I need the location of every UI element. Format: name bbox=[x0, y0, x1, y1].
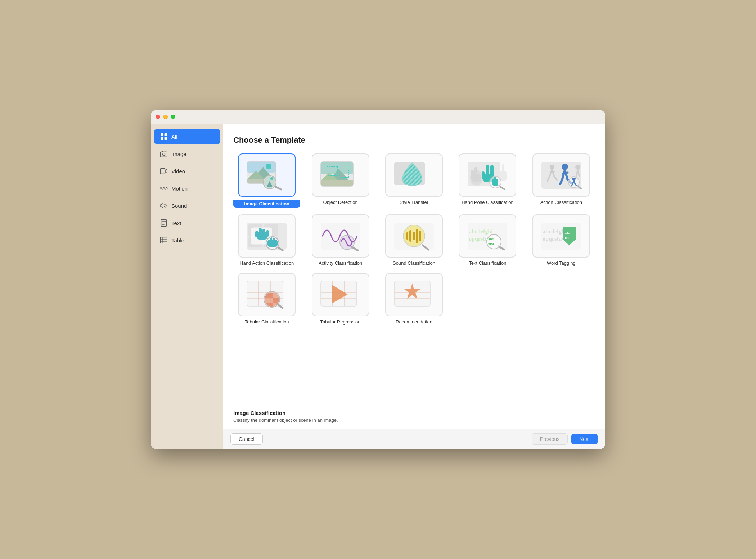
template-label-word-tagging: Word Tagging bbox=[547, 260, 576, 267]
sidebar-item-all[interactable]: All bbox=[154, 129, 220, 144]
svg-text:abc: abc bbox=[488, 237, 494, 241]
sidebar-label-all: All bbox=[171, 134, 177, 140]
camera-icon bbox=[160, 150, 168, 158]
template-label-sound-classification: Sound Classification bbox=[393, 260, 435, 267]
template-card-tabular-regression[interactable]: Tabular Regression bbox=[307, 273, 374, 325]
info-bar: Image Classification Classify the domina… bbox=[223, 404, 605, 429]
sidebar-item-motion[interactable]: Motion bbox=[154, 181, 220, 196]
svg-rect-90 bbox=[413, 232, 415, 240]
sidebar-item-text[interactable]: Text bbox=[154, 215, 220, 231]
svg-rect-88 bbox=[406, 232, 408, 240]
sidebar-item-video[interactable]: Video bbox=[154, 164, 220, 179]
svg-rect-54 bbox=[500, 171, 507, 181]
svg-rect-3 bbox=[165, 137, 167, 140]
sidebar-label-video: Video bbox=[171, 168, 185, 174]
svg-rect-55 bbox=[502, 164, 504, 172]
svg-rect-33 bbox=[321, 180, 353, 186]
template-card-style-transfer[interactable]: Style Transfer bbox=[381, 153, 447, 208]
template-icon-sound-classification[interactable] bbox=[385, 214, 443, 258]
template-icon-tabular-regression[interactable] bbox=[312, 273, 369, 316]
svg-rect-72 bbox=[262, 229, 265, 234]
svg-rect-44 bbox=[471, 170, 474, 178]
minimize-button[interactable] bbox=[163, 115, 168, 119]
svg-rect-119 bbox=[265, 298, 273, 303]
svg-rect-80 bbox=[273, 237, 275, 242]
template-card-text-classification[interactable]: abcdefghi opqrstuvw abc bbox=[454, 214, 521, 267]
template-card-hand-action[interactable]: Hand Action Classification bbox=[233, 214, 300, 267]
svg-rect-6 bbox=[161, 169, 165, 174]
svg-point-63 bbox=[575, 165, 580, 170]
doc-icon bbox=[160, 219, 168, 227]
maximize-button[interactable] bbox=[171, 115, 175, 119]
svg-rect-43 bbox=[474, 167, 477, 177]
svg-point-28 bbox=[270, 177, 273, 180]
content-area: Choose a Template bbox=[223, 124, 605, 449]
template-card-hand-pose[interactable]: Hand Pose Classification bbox=[454, 153, 521, 208]
footer: Cancel Previous Next bbox=[223, 429, 605, 449]
template-label-object-detection: Object Detection bbox=[323, 200, 358, 206]
svg-rect-70 bbox=[257, 232, 267, 240]
template-card-tabular-classification[interactable]: Tabular Classification bbox=[233, 273, 300, 325]
sidebar-label-text: Text bbox=[171, 220, 181, 226]
svg-rect-73 bbox=[255, 231, 258, 237]
template-label-text-classification: Text Classification bbox=[469, 260, 506, 267]
info-title: Image Classification bbox=[233, 410, 595, 416]
svg-text:rst: rst bbox=[565, 236, 569, 240]
template-icon-word-tagging[interactable]: abcdefghi opqrstuvw cde rst bbox=[532, 214, 590, 258]
video-icon bbox=[160, 167, 168, 175]
template-card-object-detection[interactable]: Object Detection bbox=[307, 153, 374, 208]
svg-rect-89 bbox=[409, 230, 411, 242]
svg-rect-91 bbox=[416, 229, 418, 243]
cancel-button[interactable]: Cancel bbox=[230, 433, 263, 445]
template-icon-tabular-classification[interactable] bbox=[238, 273, 296, 316]
template-icon-text-classification[interactable]: abcdefghi opqrstuvw abc bbox=[459, 214, 516, 258]
svg-rect-71 bbox=[259, 228, 262, 234]
template-card-sound-classification[interactable]: Sound Classification bbox=[381, 214, 447, 267]
sidebar-item-sound[interactable]: Sound bbox=[154, 198, 220, 213]
template-label-style-transfer: Style Transfer bbox=[400, 200, 428, 206]
template-label-activity-classification: Activity Classification bbox=[319, 260, 362, 267]
template-icon-image-classification[interactable] bbox=[238, 153, 296, 197]
template-scroll-area[interactable]: Choose a Template bbox=[223, 124, 605, 404]
svg-rect-46 bbox=[486, 165, 489, 176]
svg-rect-1 bbox=[165, 133, 167, 136]
svg-text:opq: opq bbox=[488, 241, 494, 245]
template-icon-hand-action[interactable] bbox=[238, 214, 296, 258]
svg-rect-4 bbox=[161, 152, 167, 157]
template-icon-recommendation[interactable] bbox=[385, 273, 443, 316]
svg-text:cde: cde bbox=[565, 232, 570, 235]
sidebar-item-image[interactable]: Image bbox=[154, 146, 220, 161]
page-title: Choose a Template bbox=[233, 135, 595, 145]
template-label-action-classification: Action Classification bbox=[540, 200, 582, 206]
template-card-word-tagging[interactable]: abcdefghi opqrstuvw cde rst Word Tagging bbox=[528, 214, 595, 267]
template-card-activity-classification[interactable]: Activity Classification bbox=[307, 214, 374, 267]
template-icon-object-detection[interactable] bbox=[312, 153, 369, 197]
sidebar-item-table[interactable]: Table bbox=[154, 233, 220, 248]
svg-text:abcdefghi: abcdefghi bbox=[469, 228, 493, 235]
info-description: Classify the dominant object or scene in… bbox=[233, 417, 595, 423]
sidebar-label-sound: Sound bbox=[171, 203, 187, 209]
template-card-action-classification[interactable]: Action Classification bbox=[528, 153, 595, 208]
svg-point-22 bbox=[266, 164, 271, 169]
template-grid-row3: Tabular Classification bbox=[233, 273, 595, 325]
template-label-hand-pose: Hand Pose Classification bbox=[462, 200, 514, 206]
template-grid-row2: Hand Action Classification bbox=[233, 214, 595, 267]
template-label-tabular-classification: Tabular Classification bbox=[245, 319, 289, 325]
template-selected-label: Image Classification bbox=[233, 200, 300, 208]
template-card-image-classification[interactable]: Image Classification bbox=[233, 153, 300, 208]
titlebar bbox=[151, 110, 605, 124]
svg-rect-11 bbox=[161, 237, 167, 243]
table-icon bbox=[160, 236, 168, 244]
previous-button[interactable]: Previous bbox=[532, 433, 568, 445]
template-icon-activity-classification[interactable] bbox=[312, 214, 369, 258]
next-button[interactable]: Next bbox=[571, 434, 598, 444]
template-icon-style-transfer[interactable] bbox=[385, 153, 443, 197]
close-button[interactable] bbox=[156, 115, 160, 119]
svg-rect-48 bbox=[482, 171, 485, 179]
template-card-recommendation[interactable]: Recommendation bbox=[381, 273, 447, 325]
svg-rect-47 bbox=[490, 165, 494, 176]
template-icon-action-classification[interactable] bbox=[532, 153, 590, 197]
template-label-hand-action: Hand Action Classification bbox=[240, 260, 294, 267]
svg-rect-78 bbox=[267, 240, 278, 247]
template-icon-hand-pose[interactable] bbox=[459, 153, 516, 197]
